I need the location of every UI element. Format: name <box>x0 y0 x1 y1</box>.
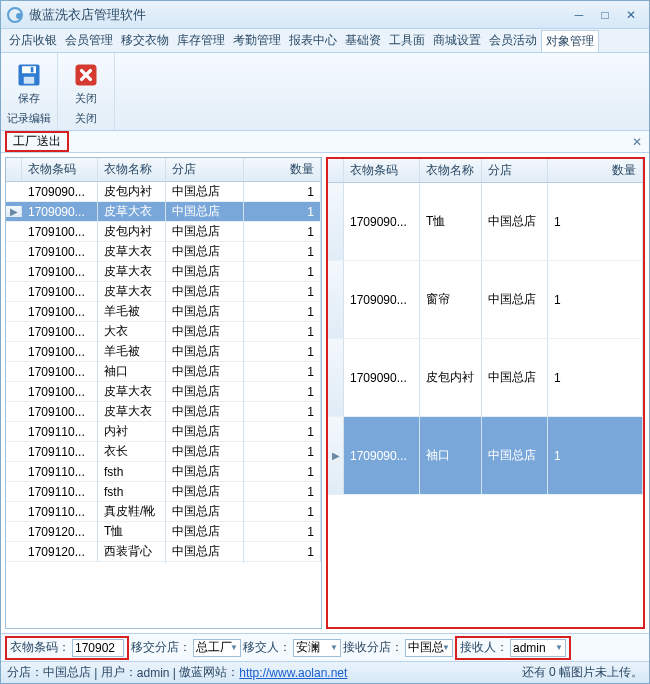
table-row[interactable]: 1709110...内衬中国总店1 <box>6 422 321 442</box>
right-grid[interactable]: 衣物条码衣物名称分店数量1709090...T恤中国总店11709090...窗… <box>328 159 643 627</box>
menu-item[interactable]: 库存管理 <box>173 29 229 52</box>
cell-qty: 1 <box>548 417 643 494</box>
barcode-input[interactable] <box>72 639 124 657</box>
menu-item[interactable]: 商城设置 <box>429 29 485 52</box>
ribbon-group-edit: 保存 记录编辑 <box>1 53 58 130</box>
cell-code: 1709100... <box>22 322 98 342</box>
cell-qty: 1 <box>244 522 321 542</box>
cell-code: 1709100... <box>22 242 98 262</box>
status-shop-value: 中国总店 <box>43 664 91 681</box>
close-window-button[interactable]: ✕ <box>619 6 643 24</box>
close-label: 关闭 <box>75 91 97 106</box>
transfer-shop-label: 移交分店： <box>131 639 191 656</box>
table-row[interactable]: 1709110...真皮鞋/靴中国总店1 <box>6 502 321 522</box>
svg-rect-2 <box>24 77 35 84</box>
table-row[interactable]: 1709100...皮草大衣中国总店1 <box>6 262 321 282</box>
table-row[interactable]: 1709110...fsth中国总店1 <box>6 462 321 482</box>
barcode-box: 衣物条码： <box>5 636 129 660</box>
status-shop-label: 分店： <box>7 664 43 681</box>
menu-item[interactable]: 移交衣物 <box>117 29 173 52</box>
ribbon-group-close: 关闭 关闭 <box>58 53 115 130</box>
status-user-label: 用户： <box>101 664 137 681</box>
menu-item[interactable]: 考勤管理 <box>229 29 285 52</box>
menu-item[interactable]: 分店收银 <box>5 29 61 52</box>
cell-qty: 1 <box>244 502 321 522</box>
table-row[interactable]: 1709090...皮包内衬中国总店1 <box>328 339 643 417</box>
chevron-down-icon: ▼ <box>330 643 338 652</box>
maximize-button[interactable]: □ <box>593 6 617 24</box>
cell-qty: 1 <box>244 262 321 282</box>
cell-qty: 1 <box>244 242 321 262</box>
table-row[interactable]: 1709110...衣长中国总店1 <box>6 442 321 462</box>
cell-code: 1709110... <box>22 422 98 442</box>
bottom-bar: 衣物条码： 移交分店： 总工厂▼ 移交人： 安澜▼ 接收分店： 中国总▼ 接收人… <box>1 633 649 661</box>
save-button[interactable]: 保存 <box>5 59 53 107</box>
cell-qty: 1 <box>244 462 321 482</box>
cell-name: T恤 <box>420 183 482 260</box>
status-right-text: 还有 0 幅图片未上传。 <box>522 664 643 681</box>
cell-qty: 1 <box>244 182 321 202</box>
col-header[interactable]: 分店 <box>166 158 244 181</box>
status-site-link[interactable]: http://www.aolan.net <box>239 666 347 680</box>
status-bar: 分店： 中国总店 | 用户： admin | 傲蓝网站： http://www.… <box>1 661 649 683</box>
close-button[interactable]: 关闭 <box>62 59 110 107</box>
cell-code: 1709100... <box>22 282 98 302</box>
save-icon <box>13 60 45 91</box>
menu-item[interactable]: 对象管理 <box>541 30 599 52</box>
barcode-label: 衣物条码： <box>10 639 70 656</box>
menu-item[interactable]: 基础资 <box>341 29 385 52</box>
table-row[interactable]: 1709100...羊毛被中国总店1 <box>6 342 321 362</box>
table-row[interactable]: 1709100...皮包内衬中国总店1 <box>6 222 321 242</box>
table-row[interactable]: 1709090...窗帘中国总店1 <box>328 261 643 339</box>
table-row[interactable]: 1709100...大衣中国总店1 <box>6 322 321 342</box>
receiver-select[interactable]: admin▼ <box>510 639 566 657</box>
table-row[interactable]: 1709090...皮包内衬中国总店1 <box>6 182 321 202</box>
cell-code: 1709100... <box>22 362 98 382</box>
table-row[interactable]: 1709100...羊毛被中国总店1 <box>6 302 321 322</box>
left-grid[interactable]: 衣物条码衣物名称分店数量1709090...皮包内衬中国总店1▶1709090.… <box>6 158 321 628</box>
app-window: 傲蓝洗衣店管理软件 ─ □ ✕ 分店收银会员管理移交衣物库存管理考勤管理报表中心… <box>0 0 650 684</box>
cell-qty: 1 <box>244 422 321 442</box>
save-label: 保存 <box>18 91 40 106</box>
cell-code: 1709100... <box>22 302 98 322</box>
cell-code: 1709090... <box>344 417 420 494</box>
table-row[interactable]: ▶1709090...皮草大衣中国总店1 <box>6 202 321 222</box>
receiver-label: 接收人： <box>460 639 508 656</box>
menu-item[interactable]: 报表中心 <box>285 29 341 52</box>
status-user-value: admin <box>137 666 170 680</box>
table-row[interactable]: 1709100...皮草大衣中国总店1 <box>6 402 321 422</box>
col-header[interactable]: 衣物名称 <box>420 159 482 182</box>
menubar: 分店收银会员管理移交衣物库存管理考勤管理报表中心基础资工具面商城设置会员活动对象… <box>1 29 649 53</box>
col-header[interactable]: 衣物条码 <box>22 158 98 181</box>
menu-item[interactable]: 工具面 <box>385 29 429 52</box>
receive-shop-select[interactable]: 中国总▼ <box>405 639 453 657</box>
page-close-button[interactable]: ✕ <box>629 134 645 150</box>
table-row[interactable]: 1709100...皮草大衣中国总店1 <box>6 282 321 302</box>
menu-item[interactable]: 会员活动 <box>485 29 541 52</box>
cell-code: 1709090... <box>344 261 420 338</box>
minimize-button[interactable]: ─ <box>567 6 591 24</box>
table-row[interactable]: 1709100...皮草大衣中国总店1 <box>6 382 321 402</box>
cell-qty: 1 <box>244 402 321 422</box>
cell-code: 1709120... <box>22 542 98 562</box>
table-row[interactable]: ▶1709090...袖口中国总店1 <box>328 417 643 495</box>
col-header[interactable]: 数量 <box>244 158 321 181</box>
menu-item[interactable]: 会员管理 <box>61 29 117 52</box>
cell-qty: 1 <box>244 282 321 302</box>
col-header[interactable]: 衣物名称 <box>98 158 166 181</box>
table-row[interactable]: 1709120...西装背心中国总店1 <box>6 542 321 562</box>
transfer-person-label: 移交人： <box>243 639 291 656</box>
table-row[interactable]: 1709120...T恤中国总店1 <box>6 522 321 542</box>
cell-qty: 1 <box>244 482 321 502</box>
table-row[interactable]: 1709110...fsth中国总店1 <box>6 482 321 502</box>
table-row[interactable]: 1709100...袖口中国总店1 <box>6 362 321 382</box>
table-row[interactable]: 1709100...皮草大衣中国总店1 <box>6 242 321 262</box>
transfer-shop-select[interactable]: 总工厂▼ <box>193 639 241 657</box>
cell-code: 1709100... <box>22 382 98 402</box>
col-header[interactable]: 数量 <box>548 159 643 182</box>
cell-shop: 中国总店 <box>482 417 548 494</box>
transfer-person-select[interactable]: 安澜▼ <box>293 639 341 657</box>
table-row[interactable]: 1709090...T恤中国总店1 <box>328 183 643 261</box>
col-header[interactable]: 分店 <box>482 159 548 182</box>
col-header[interactable]: 衣物条码 <box>344 159 420 182</box>
